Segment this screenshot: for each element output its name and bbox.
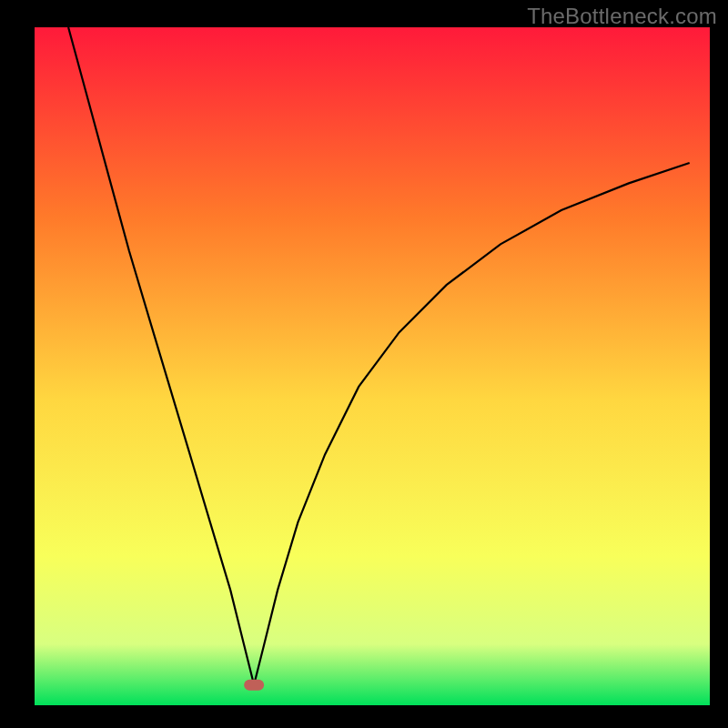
bottleneck-chart: TheBottleneck.com: [0, 0, 728, 728]
chart-svg: [0, 0, 728, 728]
plot-background: [35, 27, 710, 705]
optimum-marker: [244, 680, 264, 691]
watermark-text: TheBottleneck.com: [527, 4, 717, 29]
